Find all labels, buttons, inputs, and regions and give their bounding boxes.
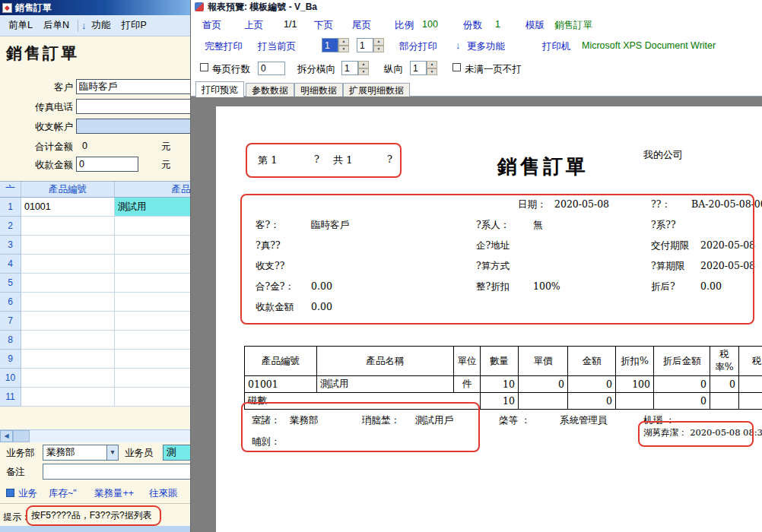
cell-product-code[interactable] [21, 388, 115, 407]
rows-per-page-checkbox[interactable] [200, 63, 208, 71]
split-vertical-spinner[interactable]: ▲ ▼ [410, 61, 437, 75]
dept-select[interactable]: 業務部 ▾ [43, 445, 119, 461]
row-number[interactable]: 2 [0, 217, 21, 236]
cell-product-code[interactable] [21, 331, 115, 350]
spin-down-icon[interactable]: ▼ [427, 68, 437, 76]
cell-product-name[interactable] [115, 312, 190, 331]
cell-product-code[interactable] [21, 293, 115, 312]
cell-product-name[interactable] [115, 274, 190, 293]
row-number[interactable]: 6 [0, 293, 21, 312]
received-amount-input[interactable] [76, 157, 138, 172]
cell-code: 01001 [245, 376, 317, 393]
print-button[interactable]: 打印P [116, 17, 151, 34]
note-input[interactable] [43, 464, 190, 480]
cell-product-name[interactable]: 測試用 [115, 198, 190, 217]
row-number[interactable]: 7 [0, 312, 21, 331]
split-vertical-input[interactable] [410, 61, 427, 75]
split-horizontal-input[interactable] [341, 61, 358, 75]
grid-marker-header[interactable]: 亠 [0, 182, 21, 197]
spin-up-icon[interactable]: ▲ [373, 38, 384, 46]
row-number[interactable]: 1 [0, 198, 21, 217]
preview-canvas[interactable]: 第 1 ? 共 1 ? 銷售訂單 我的公司 日期： 2020-05-08 ??：… [191, 97, 762, 532]
row-number[interactable]: 9 [0, 350, 21, 369]
sales-order-titlebar[interactable]: 銷售訂單 [0, 0, 190, 15]
function-menu-button[interactable]: 功能 [86, 17, 116, 34]
page-to-spinner[interactable]: ▲ ▼ [357, 38, 384, 52]
row-number[interactable]: 11 [0, 388, 21, 407]
cell-product-code[interactable] [21, 217, 115, 236]
empty-cell [616, 393, 654, 410]
scale-button[interactable]: 比例 [395, 19, 414, 32]
tab-extended-detail-data[interactable]: 扩展明细数据 [343, 83, 410, 97]
cell-product-name[interactable] [115, 369, 190, 388]
page-from-spinner[interactable]: ▲ ▼ [322, 38, 349, 52]
rows-per-page-input[interactable] [258, 62, 285, 75]
cell-product-code[interactable] [21, 312, 115, 331]
row-number[interactable]: 10 [0, 369, 21, 388]
tab-detail-data[interactable]: 明细数据 [294, 83, 343, 97]
spin-up-icon[interactable]: ▲ [427, 61, 437, 68]
preview-title: 報表預覽: 模板編號 - V_Ba [208, 1, 317, 14]
account-input[interactable] [76, 119, 190, 134]
row-number[interactable]: 5 [0, 274, 21, 293]
spin-down-icon[interactable]: ▼ [358, 68, 369, 76]
next-order-button[interactable]: 后单N [38, 17, 75, 34]
cell-product-name[interactable] [115, 293, 190, 312]
prev-order-button[interactable]: 前单L [3, 17, 38, 34]
print-current-page-button[interactable]: 打当前页 [258, 40, 296, 53]
row-number[interactable]: 8 [0, 331, 21, 350]
grid-name-header[interactable]: 產品名稱 [115, 182, 190, 197]
cell-product-code[interactable] [21, 236, 115, 255]
first-page-button[interactable]: 首页 [202, 19, 221, 32]
tab-parameter-data[interactable]: 参数数据 [246, 83, 294, 97]
copies-button[interactable]: 份数 [463, 19, 482, 32]
grid-code-header[interactable]: 產品編號 [21, 182, 115, 197]
tab-business[interactable]: 业务 [18, 487, 37, 500]
tab-inventory[interactable]: 库存~" [49, 487, 77, 500]
scrollbar-thumb[interactable] [13, 430, 30, 442]
tab-business-volume[interactable]: 業務量++ [94, 487, 134, 500]
cell-product-code[interactable] [21, 274, 115, 293]
auditor-label: 棨等 ： [499, 414, 530, 427]
last-page-button[interactable]: 尾页 [352, 19, 371, 32]
prev-page-button[interactable]: 上页 [244, 19, 263, 32]
next-page-button[interactable]: 下页 [314, 19, 333, 32]
cell-product-code[interactable]: 01001 [21, 198, 115, 217]
grid-row: 5 [0, 274, 190, 293]
spin-down-icon[interactable]: ▼ [373, 46, 384, 53]
cell-product-name[interactable] [115, 331, 190, 350]
dropdown-arrow-icon[interactable]: ▾ [106, 445, 118, 460]
row-number[interactable]: 4 [0, 255, 21, 274]
customer-input[interactable] [76, 79, 190, 94]
template-button[interactable]: 模版 [525, 19, 545, 32]
skip-partial-page-checkbox[interactable] [452, 63, 461, 71]
cell-product-name[interactable] [115, 236, 190, 255]
cell-product-name[interactable] [115, 255, 190, 274]
row-number[interactable]: 3 [0, 236, 21, 255]
grid-row: 4 [0, 255, 190, 274]
spin-up-icon[interactable]: ▲ [358, 61, 369, 68]
partial-print-button[interactable]: 部分打印 [399, 40, 437, 53]
fax-input[interactable] [76, 99, 190, 114]
printer-button[interactable]: 打印机 [542, 40, 571, 53]
cell-product-code[interactable] [21, 255, 115, 274]
more-functions-button[interactable]: 更多功能 [467, 40, 505, 53]
cell-product-code[interactable] [21, 350, 115, 369]
split-horizontal-spinner[interactable]: ▲ ▼ [341, 61, 369, 75]
page-from-input[interactable] [322, 38, 338, 52]
cell-product-name[interactable] [115, 388, 190, 407]
cell-product-name[interactable] [115, 217, 190, 236]
date-value: 2020-05-08 [554, 198, 609, 210]
scroll-left-icon[interactable]: ◀ [0, 430, 13, 442]
preview-titlebar[interactable]: 報表預覽: 模板編號 - V_Ba [191, 0, 762, 14]
full-print-button[interactable]: 完整打印 [205, 40, 243, 53]
cell-product-code[interactable] [21, 369, 115, 388]
cell-product-name[interactable] [115, 350, 190, 369]
spin-down-icon[interactable]: ▼ [338, 46, 349, 53]
tab-transactions[interactable]: 往來賬 [149, 487, 178, 500]
horizontal-scrollbar[interactable]: ◀ [0, 429, 190, 442]
spin-up-icon[interactable]: ▲ [338, 38, 349, 46]
page-to-input[interactable] [357, 38, 373, 52]
salesman-field[interactable]: 測 [163, 445, 190, 461]
tab-print-preview[interactable]: 打印预览 [195, 81, 244, 97]
